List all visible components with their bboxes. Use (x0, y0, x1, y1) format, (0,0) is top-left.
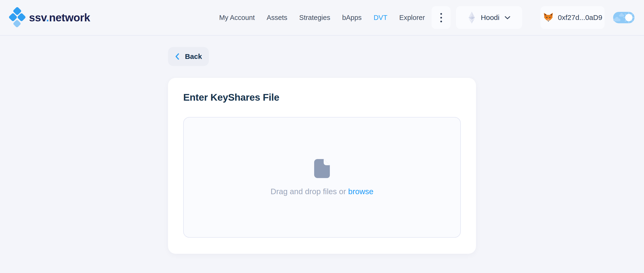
nav-item-strategies[interactable]: Strategies (299, 14, 330, 21)
back-button-label: Back (185, 52, 202, 60)
ethereum-icon (468, 11, 476, 24)
network-selector[interactable]: Hoodi (456, 6, 522, 29)
network-label: Hoodi (481, 13, 499, 21)
header-controls: Hoodi 0xf27d...0aD9 (432, 6, 634, 29)
nav-item-explorer[interactable]: Explorer (399, 14, 425, 21)
more-menu-button[interactable] (432, 6, 450, 29)
file-icon (314, 159, 330, 179)
kebab-menu-icon (440, 13, 442, 22)
metamask-fox-icon (543, 12, 554, 23)
dropzone-hint: Drag and drop files or browse (271, 187, 374, 196)
sun-icon (623, 12, 634, 23)
ssv-network-logo[interactable]: ssv.network (10, 7, 90, 28)
main-nav: My Account Assets Strategies bApps DVT E… (219, 14, 425, 21)
back-button[interactable]: Back (168, 47, 209, 66)
nav-item-my-account[interactable]: My Account (219, 14, 255, 21)
file-dropzone[interactable]: Drag and drop files or browse (183, 117, 461, 238)
chevron-down-icon (504, 16, 511, 20)
cloud-icon (613, 18, 620, 21)
keyshares-card: Enter KeyShares File Drag and drop files… (168, 78, 476, 254)
logo-text: ssv.network (29, 11, 90, 24)
top-nav-bar: ssv.network My Account Assets Strategies… (0, 0, 644, 36)
nav-item-assets[interactable]: Assets (267, 14, 287, 21)
wallet-address-button[interactable]: 0xf27d...0aD9 (540, 6, 604, 29)
wallet-address: 0xf27d...0aD9 (558, 13, 602, 21)
nav-item-bapps[interactable]: bApps (342, 14, 362, 21)
ssv-logo-icon (10, 7, 25, 28)
chevron-left-icon (175, 53, 180, 60)
browse-link[interactable]: browse (348, 187, 373, 196)
card-title: Enter KeyShares File (183, 92, 461, 103)
main-content: Back Enter KeyShares File Drag and drop … (168, 47, 476, 254)
theme-toggle[interactable] (613, 12, 634, 23)
nav-item-dvt[interactable]: DVT (374, 14, 387, 21)
